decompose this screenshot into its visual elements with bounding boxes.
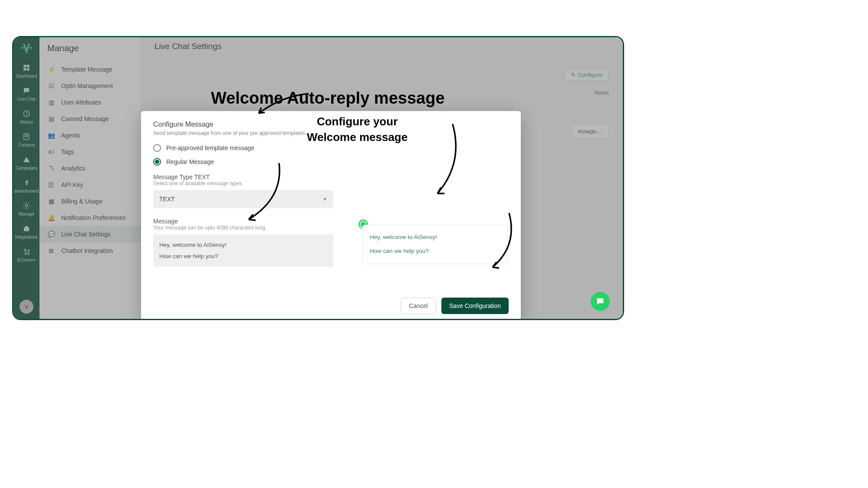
manage-subnav: Manage ⚡Template Message ☑Optin Manageme… [39, 37, 141, 319]
nav-label: advertisment [14, 189, 39, 193]
message-preview: Hey, welcome to AiSensy! How can we help… [362, 225, 508, 264]
radio-icon [153, 144, 161, 152]
pencil-icon: ✎ [571, 72, 575, 78]
subnav-label: Live Chat Settings [61, 231, 111, 238]
svg-rect-2 [23, 68, 26, 71]
select-value: TEXT [159, 196, 175, 203]
integrations-icon [22, 224, 31, 233]
chart-icon: 〽 [47, 164, 55, 172]
key-icon: ⚿ [47, 181, 55, 189]
facebook-icon [22, 178, 31, 187]
subnav-optin-management[interactable]: ☑Optin Management [39, 78, 141, 94]
history-icon [22, 109, 31, 118]
radio-icon [153, 158, 161, 166]
message-type-sub: Select one of available message types [153, 180, 509, 187]
help-chat-fab[interactable] [591, 292, 610, 311]
message-type-select[interactable]: TEXT ▼ [153, 190, 333, 208]
gear-icon [22, 201, 31, 210]
radio-regular[interactable]: Regular Message [153, 158, 509, 166]
nav-label: Dashboard [16, 74, 37, 79]
nav-campaigns[interactable]: Campaigns [13, 155, 39, 170]
subnav-analytics[interactable]: 〽Analytics [39, 160, 141, 177]
svg-point-7 [26, 205, 28, 207]
checkbox-icon: ☑ [47, 82, 55, 90]
subnav-label: Tags [61, 148, 74, 155]
chevron-down-icon: ▼ [322, 197, 327, 202]
radio-label: Regular Message [166, 158, 214, 165]
message-textarea[interactable]: Hey, welcome to AiSensy! How can we help… [153, 234, 333, 267]
nav-label: Contacts [18, 143, 35, 147]
subnav-notifications[interactable]: 🔔Notification Preferences [39, 210, 141, 226]
nav-rail: Dashboard Live Chat History Contacts Cam… [13, 37, 39, 319]
subnav-label: API Key [61, 181, 83, 188]
nav-label: EComm+ [17, 258, 36, 262]
subnav-live-chat-settings[interactable]: 💬Live Chat Settings [39, 226, 141, 242]
cancel-button[interactable]: Cancel [401, 298, 436, 314]
cart-icon [22, 247, 31, 256]
annotation-subtitle: Configure your Welcome message [307, 114, 408, 145]
app-logo-icon [19, 40, 34, 56]
subnav-label: Chatbot Integration [61, 247, 113, 254]
billing-icon: ▦ [47, 197, 55, 205]
contacts-icon [22, 132, 31, 141]
subnav-label: Optin Management [61, 82, 113, 89]
configure-button[interactable]: ✎Configure [564, 69, 609, 81]
subnav-api-key[interactable]: ⚿API Key [39, 177, 141, 193]
nav-dashboard[interactable]: Dashboard [13, 63, 39, 79]
nav-label: Manage [19, 212, 34, 216]
nav-advertisment[interactable]: advertisment [13, 178, 39, 193]
plus-box-icon: ⊞ [47, 247, 55, 255]
nav-label: Integrations [15, 235, 38, 239]
user-avatar[interactable]: V [20, 300, 33, 314]
subnav-canned-message[interactable]: ▤Canned Message [39, 111, 141, 127]
subnav-agents[interactable]: 👥Agents [39, 127, 141, 144]
svg-rect-1 [27, 65, 30, 67]
annotation-title: Welcome Auto-reply message [211, 89, 445, 108]
subnav-label: Canned Message [61, 115, 109, 122]
subnav-chatbot-integration[interactable]: ⊞Chatbot Integration [39, 242, 141, 259]
nav-live-chat[interactable]: Live Chat [13, 86, 39, 102]
people-icon: 👥 [47, 131, 55, 139]
message-chip[interactable]: essage.... [572, 124, 609, 138]
annotation-line: Welcome message [307, 131, 408, 144]
chat-settings-icon: 💬 [47, 230, 55, 238]
hours-text: hours [595, 89, 609, 96]
dashboard-icon [22, 63, 31, 72]
message-type-label: Message Type TEXT [153, 174, 509, 180]
bolt-icon: ⚡ [47, 66, 55, 73]
chat-bubble-icon [595, 297, 605, 306]
svg-rect-8 [24, 227, 29, 231]
subnav-label: Notification Preferences [61, 214, 126, 221]
svg-point-11 [28, 254, 29, 255]
campaigns-icon [22, 155, 31, 164]
modal-actions: Cancel Save Configuration [401, 298, 509, 314]
page-title: Live Chat Settings [155, 42, 610, 51]
svg-point-6 [26, 135, 28, 137]
subnav-label: User Attributes [61, 99, 101, 106]
subnav-title: Manage [39, 40, 141, 61]
configure-label: Configure [578, 72, 602, 78]
radio-label: Pre-approved template message [166, 144, 254, 151]
save-configuration-button[interactable]: Save Configuration [441, 298, 509, 314]
subnav-label: Analytics [61, 165, 85, 172]
nav-ecomm[interactable]: EComm+ [13, 247, 39, 262]
nav-label: Live Chat [17, 97, 36, 102]
nav-contacts[interactable]: Contacts [13, 132, 39, 147]
nav-history[interactable]: History [13, 109, 39, 124]
tag-icon: 🏷 [47, 148, 55, 156]
svg-rect-9 [25, 226, 28, 227]
chat-icon [22, 86, 31, 95]
subnav-label: Agents [61, 132, 80, 139]
annotation-line: Configure your [317, 115, 398, 128]
subnav-tags[interactable]: 🏷Tags [39, 144, 141, 160]
subnav-label: Template Message [61, 66, 112, 73]
svg-rect-3 [27, 68, 30, 71]
svg-rect-0 [23, 65, 26, 67]
nav-manage[interactable]: Manage [13, 201, 39, 216]
nav-integrations[interactable]: Integrations [13, 224, 39, 239]
nav-label: History [20, 120, 33, 124]
subnav-billing[interactable]: ▦Billing & Usage [39, 193, 141, 210]
subnav-template-message[interactable]: ⚡Template Message [39, 61, 141, 78]
subnav-user-attributes[interactable]: ▥User Attributes [39, 94, 141, 111]
bars-icon: ▥ [47, 98, 55, 106]
